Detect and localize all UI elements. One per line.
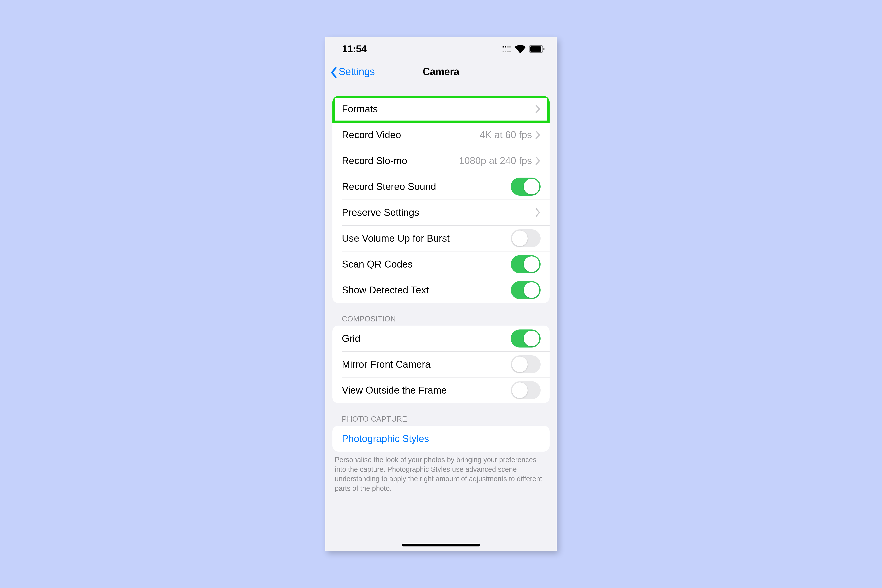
row-view-outside-the-frame: View Outside the Frame (332, 377, 550, 403)
row-label: Preserve Settings (342, 207, 536, 218)
row-label: Record Stereo Sound (342, 181, 511, 192)
chevron-right-icon (536, 131, 541, 139)
row-label: Mirror Front Camera (342, 358, 511, 370)
back-button[interactable]: Settings (330, 66, 375, 77)
home-indicator[interactable] (402, 544, 480, 546)
group-footer-photo-capture: Personalise the look of your photos by b… (335, 455, 547, 493)
battery-icon (529, 45, 545, 53)
toggle-grid[interactable] (511, 330, 541, 348)
row-label-link: Photographic Styles (342, 433, 541, 444)
chevron-right-icon (536, 105, 541, 113)
row-preserve-settings[interactable]: Preserve Settings (332, 200, 550, 225)
toggle-scan-qr-codes[interactable] (511, 255, 541, 273)
cellular-dual-sim-icon: ▪▪▪▪▪▪▪▪ (502, 44, 512, 54)
row-label: Scan QR Codes (342, 258, 511, 270)
row-label: Formats (342, 103, 536, 115)
group-photo-capture: Photographic Styles (332, 426, 550, 452)
nav-bar: Settings Camera (326, 61, 556, 82)
group-composition: Grid Mirror Front Camera View Outside th… (332, 326, 550, 403)
status-bar: 11:54 ▪▪▪▪▪▪▪▪ (326, 37, 556, 61)
group-header-composition: COMPOSITION (342, 315, 550, 323)
row-record-stereo-sound: Record Stereo Sound (332, 174, 550, 200)
row-label: Record Slo-mo (342, 155, 459, 166)
row-formats[interactable]: Formats (332, 96, 550, 122)
row-photographic-styles[interactable]: Photographic Styles (332, 426, 550, 452)
status-icons: ▪▪▪▪▪▪▪▪ (502, 44, 545, 54)
group-header-photo-capture: PHOTO CAPTURE (342, 415, 550, 423)
toggle-record-stereo-sound[interactable] (511, 178, 541, 196)
row-use-volume-up-for-burst: Use Volume Up for Burst (332, 225, 550, 251)
row-grid: Grid (332, 326, 550, 351)
row-value: 1080p at 240 fps (459, 155, 532, 166)
wifi-icon (515, 45, 526, 53)
svg-rect-2 (530, 46, 541, 52)
page-title: Camera (423, 66, 459, 77)
toggle-volume-burst[interactable] (511, 230, 541, 248)
toggle-show-detected-text[interactable] (511, 281, 541, 299)
chevron-left-icon (330, 68, 338, 76)
row-record-slo-mo[interactable]: Record Slo-mo 1080p at 240 fps (332, 148, 550, 174)
row-mirror-front-camera: Mirror Front Camera (332, 351, 550, 377)
chevron-right-icon (536, 157, 541, 165)
row-label: Use Volume Up for Burst (342, 232, 511, 244)
row-label: Record Video (342, 129, 480, 141)
status-time: 11:54 (342, 44, 366, 55)
row-label: Grid (342, 333, 511, 344)
toggle-view-outside-frame[interactable] (511, 381, 541, 399)
chevron-right-icon (536, 208, 541, 217)
row-value: 4K at 60 fps (480, 129, 532, 141)
row-record-video[interactable]: Record Video 4K at 60 fps (332, 122, 550, 148)
group-camera-main: Formats Record Video 4K at 60 fps Record… (332, 96, 550, 303)
svg-rect-1 (543, 48, 544, 50)
row-label: Show Detected Text (342, 284, 511, 296)
phone-screen: 11:54 ▪▪▪▪▪▪▪▪ Settings Camera Formats (326, 37, 556, 551)
row-label: View Outside the Frame (342, 384, 511, 396)
row-show-detected-text: Show Detected Text (332, 277, 550, 303)
back-label: Settings (339, 66, 375, 77)
toggle-mirror-front-camera[interactable] (511, 356, 541, 374)
row-scan-qr-codes: Scan QR Codes (332, 251, 550, 277)
